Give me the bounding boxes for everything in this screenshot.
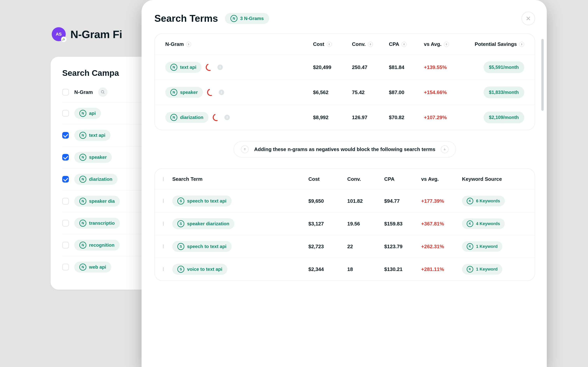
search-term-pill[interactable]: S speaker diarization xyxy=(172,218,234,229)
cost-value: $9,650 xyxy=(308,198,347,204)
row-checkbox[interactable] xyxy=(62,264,69,270)
ngram-pill[interactable]: N diarization xyxy=(74,174,118,185)
ngram-pill[interactable]: N speaker xyxy=(74,152,112,163)
select-all-checkbox[interactable] xyxy=(163,177,164,181)
avatar-initials: AS xyxy=(56,32,62,37)
n-badge-icon: N xyxy=(170,64,177,71)
n-badge-icon: N xyxy=(79,176,86,183)
n-badge-icon: N xyxy=(230,15,237,22)
google-ads-icon xyxy=(61,37,67,42)
col-vs-avg[interactable]: vs Avg. xyxy=(424,41,467,47)
row-checkbox[interactable] xyxy=(163,267,164,271)
col-conv[interactable]: Conv. xyxy=(347,176,384,182)
ngram-pill[interactable]: N diarization xyxy=(165,112,209,123)
s-badge-icon: S xyxy=(177,198,184,204)
ngram-label: api xyxy=(89,111,96,116)
ngram-table-row: N text api i $20,499 250.47 $81.84 +139.… xyxy=(155,55,535,80)
keyword-source-pill[interactable]: K 1 Keyword xyxy=(462,264,502,275)
sort-icon[interactable] xyxy=(402,42,407,47)
row-checkbox[interactable] xyxy=(62,154,69,161)
ngram-pill[interactable]: N recognition xyxy=(74,240,120,250)
s-badge-icon: S xyxy=(177,220,184,227)
ngram-label: recognition xyxy=(89,242,115,248)
col-keyword-source[interactable]: Keyword Source xyxy=(462,176,527,182)
search-term-pill[interactable]: S speech to text api xyxy=(172,241,232,252)
ngram-pill[interactable]: N text api xyxy=(165,62,202,73)
keyword-count-label: 4 Keywords xyxy=(476,221,500,226)
ngram-table-row: N diarization i $8,992 126.97 $70.82 +10… xyxy=(155,105,535,130)
account-avatar[interactable]: AS xyxy=(52,27,66,41)
vs-avg-value: +154.66% xyxy=(424,89,467,95)
cpa-value: $94.77 xyxy=(384,198,421,204)
ngram-pill[interactable]: N web api xyxy=(74,262,111,273)
close-button[interactable] xyxy=(521,12,535,25)
scrollbar[interactable] xyxy=(541,39,544,111)
sort-icon[interactable] xyxy=(444,42,449,47)
vs-avg-value: +281.11% xyxy=(421,266,462,272)
n-badge-icon: N xyxy=(79,264,86,271)
row-checkbox[interactable] xyxy=(62,220,69,226)
sort-icon[interactable] xyxy=(368,42,373,47)
col-ngram[interactable]: N-Gram xyxy=(165,41,313,47)
col-cost[interactable]: Cost xyxy=(308,176,347,182)
col-cost[interactable]: Cost xyxy=(313,41,352,47)
col-cpa[interactable]: CPA xyxy=(389,41,424,47)
search-term-table: Search Term Cost Conv. CPA vs Avg. Keywo… xyxy=(154,168,535,281)
row-checkbox[interactable] xyxy=(62,110,69,117)
col-cpa[interactable]: CPA xyxy=(384,176,421,182)
conv-value: 126.97 xyxy=(352,115,389,121)
cpa-value: $123.79 xyxy=(384,243,421,250)
loading-spinner-icon xyxy=(211,113,221,122)
ngram-pill[interactable]: N speaker dia xyxy=(74,196,120,207)
conv-value: 75.42 xyxy=(352,89,389,95)
cost-value: $2,344 xyxy=(308,266,347,272)
ngram-label: text api xyxy=(89,133,105,138)
page-title: N-Gram Fi xyxy=(70,28,122,41)
row-checkbox[interactable] xyxy=(163,199,164,203)
vs-avg-value: +262.31% xyxy=(421,243,462,250)
search-term-pill[interactable]: S voice to text api xyxy=(172,264,227,275)
col-vs-avg[interactable]: vs Avg. xyxy=(421,176,462,182)
cpa-value: $87.00 xyxy=(389,89,424,95)
ngram-pill[interactable]: N api xyxy=(74,108,101,119)
sort-icon[interactable] xyxy=(327,42,332,47)
ngram-pill[interactable]: N text api xyxy=(74,130,110,141)
col-conv[interactable]: Conv. xyxy=(352,41,389,47)
loading-spinner-icon xyxy=(205,62,214,72)
col-savings[interactable]: Potential Savings xyxy=(467,41,524,47)
info-icon[interactable]: i xyxy=(224,115,230,120)
search-term-row: S speech to text api $9,650 101.82 $94.7… xyxy=(155,190,535,212)
row-checkbox[interactable] xyxy=(163,222,164,226)
keyword-source-pill[interactable]: K 1 Keyword xyxy=(462,241,502,252)
ngram-count-pill: N 3 N-Grams xyxy=(225,13,269,24)
s-badge-icon: S xyxy=(177,243,184,250)
search-term-row: S speech to text api $2,723 22 $123.79 +… xyxy=(155,235,535,258)
keyword-source-pill[interactable]: K 4 Keywords xyxy=(462,218,505,229)
row-checkbox[interactable] xyxy=(62,132,69,139)
ngram-count-label: 3 N-Grams xyxy=(240,16,264,21)
sort-icon[interactable] xyxy=(186,42,191,47)
col-search-term[interactable]: Search Term xyxy=(172,176,308,182)
search-button[interactable] xyxy=(98,87,108,97)
search-term-pill[interactable]: S speech to text api xyxy=(172,196,232,206)
cost-value: $2,723 xyxy=(308,243,347,250)
loading-spinner-icon xyxy=(206,87,216,97)
keyword-source-pill[interactable]: K 6 Keywords xyxy=(462,196,505,206)
cpa-value: $81.84 xyxy=(389,64,424,70)
row-checkbox[interactable] xyxy=(62,176,69,183)
n-badge-icon: N xyxy=(79,154,86,161)
sort-icon[interactable] xyxy=(519,42,524,47)
cost-value: $6,562 xyxy=(313,89,352,95)
row-checkbox[interactable] xyxy=(62,198,69,204)
n-badge-icon: N xyxy=(79,198,86,205)
select-all-checkbox[interactable] xyxy=(62,89,69,95)
row-checkbox[interactable] xyxy=(163,244,164,248)
ngram-label: diarization xyxy=(89,176,112,182)
cpa-value: $130.21 xyxy=(384,266,421,272)
ngram-pill[interactable]: N speaker xyxy=(165,87,203,98)
ngram-pill[interactable]: N transcriptio xyxy=(74,218,120,229)
ngram-label: text api xyxy=(180,65,196,70)
row-checkbox[interactable] xyxy=(62,242,69,248)
info-icon[interactable]: i xyxy=(219,90,224,95)
info-icon[interactable]: i xyxy=(217,65,223,70)
